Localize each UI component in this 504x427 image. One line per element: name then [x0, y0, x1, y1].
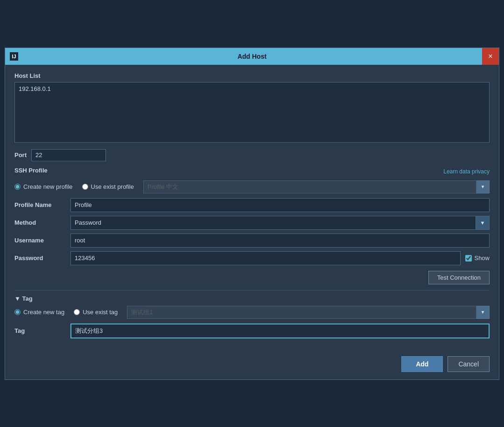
profile-dropdown-input[interactable]	[143, 180, 476, 193]
show-password-label: Show	[474, 255, 490, 262]
tag-exist-dropdown-input[interactable]	[127, 306, 476, 319]
title-bar: IJ Add Host ×	[5, 48, 499, 65]
dialog-body: Host List 192.168.0.1 Port SSH Profile L…	[5, 65, 499, 350]
dialog-title: Add Host	[238, 53, 266, 60]
learn-privacy-link[interactable]: Learn data privacy	[443, 168, 490, 175]
password-input-wrapper	[70, 251, 461, 265]
use-exist-profile-radio[interactable]: Use exist profile	[82, 183, 134, 190]
show-password-checkbox[interactable]	[465, 255, 472, 262]
create-new-profile-label: Create new profile	[23, 183, 73, 190]
username-input[interactable]	[70, 234, 490, 248]
ssh-profile-header: SSH Profile Learn data privacy	[14, 167, 490, 177]
port-input[interactable]	[31, 149, 106, 161]
method-row: Method ▼	[14, 216, 490, 230]
tag-dropdown-arrow-btn[interactable]: ▼	[476, 306, 490, 319]
cancel-button[interactable]: Cancel	[448, 356, 490, 372]
add-host-dialog: IJ Add Host × Host List 192.168.0.1 Port…	[5, 48, 499, 380]
use-exist-profile-radio-input[interactable]	[82, 184, 88, 190]
password-label: Password	[14, 255, 70, 262]
host-list-label: Host List	[14, 72, 490, 79]
ssh-profile-label: SSH Profile	[14, 167, 48, 174]
show-password-wrapper: Show	[465, 255, 490, 262]
tag-exist-dropdown-wrapper: ▼	[127, 306, 490, 319]
add-button[interactable]: Add	[401, 356, 443, 372]
use-exist-tag-radio-input[interactable]	[74, 309, 80, 315]
create-new-tag-label: Create new tag	[23, 309, 64, 316]
profile-name-input[interactable]	[70, 198, 490, 212]
host-list-textarea[interactable]: 192.168.0.1	[14, 82, 490, 143]
dialog-footer: Add Cancel	[5, 350, 499, 379]
method-label: Method	[14, 219, 70, 226]
test-connection-row: Test Connection	[14, 271, 490, 284]
use-exist-tag-label: Use exist tag	[83, 309, 118, 316]
create-new-tag-radio[interactable]: Create new tag	[14, 309, 64, 316]
tag-header: ▼ Tag	[14, 295, 490, 302]
use-exist-profile-label: Use exist profile	[91, 183, 134, 190]
password-input[interactable]	[70, 251, 461, 265]
username-label: Username	[14, 237, 70, 244]
create-new-tag-radio-input[interactable]	[14, 309, 21, 315]
app-logo: IJ	[9, 51, 19, 62]
profile-radio-row: Create new profile Use exist profile ▼	[14, 180, 490, 193]
test-connection-button[interactable]: Test Connection	[428, 271, 490, 284]
tag-section: ▼ Tag Create new tag Use exist tag ▼ T	[14, 290, 490, 338]
username-row: Username	[14, 234, 490, 248]
tag-input[interactable]	[70, 324, 490, 338]
password-row: Password Show	[14, 251, 490, 265]
create-new-profile-radio-input[interactable]	[14, 184, 21, 190]
port-row: Port	[14, 149, 490, 161]
profile-dropdown-wrapper: ▼	[143, 180, 490, 193]
close-button[interactable]: ×	[482, 48, 499, 65]
profile-name-label: Profile Name	[14, 201, 70, 208]
method-select-wrapper: ▼	[70, 216, 490, 230]
use-exist-tag-radio[interactable]: Use exist tag	[74, 309, 118, 316]
method-select[interactable]	[70, 216, 476, 230]
create-new-profile-radio[interactable]: Create new profile	[14, 183, 73, 190]
tag-label: Tag	[14, 327, 70, 334]
port-label: Port	[14, 152, 27, 158]
tag-input-row: Tag	[14, 324, 490, 338]
method-dropdown-btn[interactable]: ▼	[476, 216, 490, 230]
profile-name-row: Profile Name	[14, 198, 490, 212]
profile-dropdown-arrow-btn[interactable]: ▼	[476, 180, 490, 193]
tag-radio-row: Create new tag Use exist tag ▼	[14, 306, 490, 319]
